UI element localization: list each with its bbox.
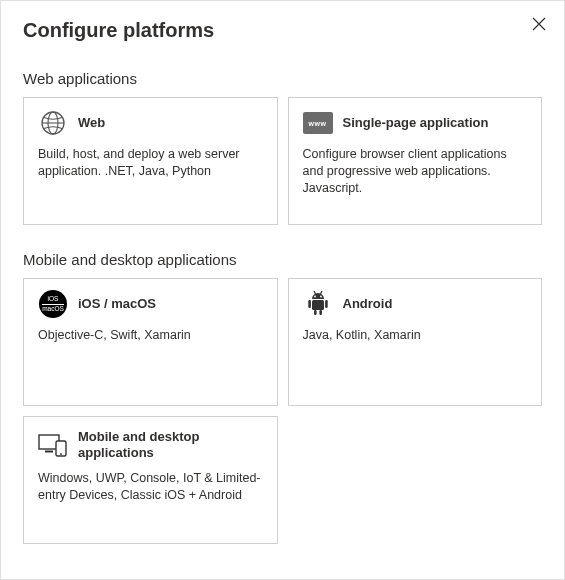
platform-card-ios[interactable]: iOS macOS iOS / macOS Objective-C, Swift… (23, 278, 278, 406)
section-web: Web applications Web Build, host, and de… (23, 70, 542, 225)
card-title: Android (343, 296, 393, 312)
android-icon (303, 291, 333, 317)
svg-rect-10 (314, 310, 317, 315)
desktop-mobile-icon (38, 432, 68, 458)
section-heading-mobile: Mobile and desktop applications (23, 251, 542, 268)
card-title: Single-page application (343, 115, 489, 131)
platform-card-desktop[interactable]: Mobile and desktop applications Windows,… (23, 416, 278, 544)
svg-rect-8 (308, 300, 311, 308)
platform-card-android[interactable]: Android Java, Kotlin, Xamarin (288, 278, 543, 406)
card-desc: Java, Kotlin, Xamarin (303, 327, 528, 344)
svg-point-3 (314, 296, 316, 298)
card-desc: Configure browser client applications an… (303, 146, 528, 197)
svg-rect-9 (325, 300, 328, 308)
card-title: Web (78, 115, 105, 131)
svg-point-4 (320, 296, 322, 298)
svg-line-6 (320, 291, 322, 294)
card-title: iOS / macOS (78, 296, 156, 312)
card-desc: Build, host, and deploy a web server app… (38, 146, 263, 180)
page-title: Configure platforms (23, 19, 542, 42)
platform-card-web[interactable]: Web Build, host, and deploy a web server… (23, 97, 278, 225)
svg-line-5 (314, 291, 316, 294)
card-desc: Windows, UWP, Console, IoT & Limited-ent… (38, 470, 263, 504)
platform-card-spa[interactable]: www Single-page application Configure br… (288, 97, 543, 225)
svg-rect-7 (312, 300, 324, 310)
svg-rect-11 (319, 310, 322, 315)
ios-macos-icon: iOS macOS (38, 291, 68, 317)
spa-icon: www (303, 110, 333, 136)
section-heading-web: Web applications (23, 70, 542, 87)
close-icon[interactable] (532, 17, 546, 31)
section-mobile: Mobile and desktop applications iOS macO… (23, 251, 542, 544)
globe-icon (38, 110, 68, 136)
card-desc: Objective-C, Swift, Xamarin (38, 327, 263, 344)
svg-rect-13 (45, 450, 53, 452)
card-title: Mobile and desktop applications (78, 429, 263, 460)
svg-point-15 (60, 453, 62, 455)
